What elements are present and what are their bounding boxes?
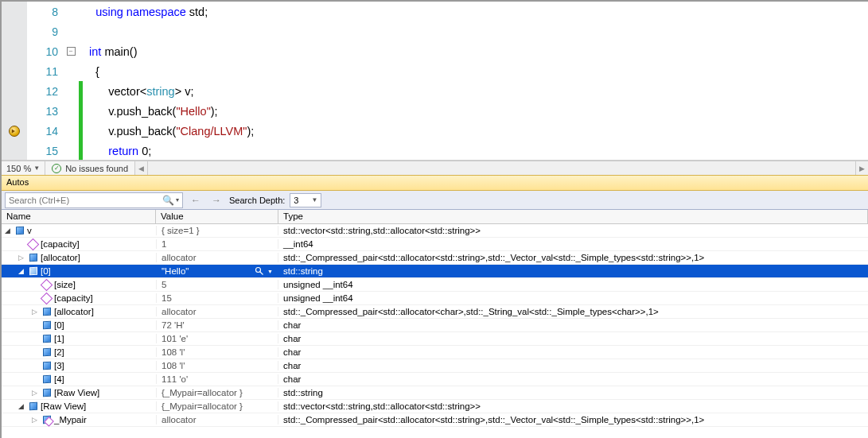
- collapse-icon[interactable]: [17, 267, 25, 276]
- line-number: 10: [27, 45, 63, 58]
- expand-icon[interactable]: [30, 416, 39, 424]
- search-next-button[interactable]: →: [208, 195, 224, 206]
- horizontal-scrollbar[interactable]: ◀ ▶: [134, 161, 868, 175]
- name-cell[interactable]: [Raw View]: [2, 388, 156, 398]
- code-text[interactable]: using namespace std;: [83, 6, 868, 18]
- name-cell[interactable]: [0]: [2, 320, 156, 331]
- variable-row[interactable]: [0]"Hello"▼std::string: [2, 265, 868, 278]
- variable-row[interactable]: [0]72 'H'char: [2, 319, 868, 332]
- name-cell[interactable]: _Mypair: [2, 415, 156, 425]
- variable-row[interactable]: [allocator]allocatorstd::_Compressed_pai…: [2, 251, 868, 265]
- name-cell[interactable]: v: [2, 226, 156, 236]
- search-prev-button[interactable]: ←: [188, 195, 204, 206]
- variable-row[interactable]: [size]5unsigned __int64: [2, 278, 868, 292]
- code-line[interactable]: 10− int main(): [2, 41, 868, 61]
- autos-grid[interactable]: Name Value Type v{ size=1 }std::vector<s…: [2, 210, 868, 427]
- name-cell[interactable]: [capacity]: [2, 239, 156, 250]
- name-cell[interactable]: [allocator]: [2, 307, 156, 317]
- value-cell[interactable]: allocator: [156, 253, 278, 262]
- search-icon[interactable]: 🔍: [162, 195, 174, 206]
- search-input[interactable]: [9, 196, 162, 205]
- breakpoint-gutter[interactable]: [2, 141, 27, 161]
- col-header-name[interactable]: Name: [2, 210, 156, 223]
- code-text[interactable]: return 0;: [83, 145, 868, 157]
- code-line[interactable]: 9: [2, 21, 868, 41]
- variable-row[interactable]: [allocator]allocatorstd::_Compressed_pai…: [2, 305, 868, 319]
- zoom-dropdown[interactable]: 150 % ▼: [2, 161, 45, 175]
- col-header-type[interactable]: Type: [278, 210, 868, 223]
- value-cell[interactable]: { size=1 }: [156, 226, 278, 235]
- breakpoint-gutter[interactable]: [2, 101, 27, 121]
- breakpoint-gutter[interactable]: [2, 2, 27, 21]
- breakpoint-gutter[interactable]: [2, 61, 27, 81]
- breakpoint-gutter[interactable]: [2, 81, 27, 101]
- name-cell[interactable]: [size]: [2, 280, 156, 290]
- code-line[interactable]: 11 {: [2, 61, 868, 81]
- name-cell[interactable]: [3]: [2, 361, 156, 371]
- code-line[interactable]: 13 v.push_back("Hello");: [2, 101, 868, 121]
- value-cell[interactable]: 101 'e': [156, 334, 278, 343]
- variable-row[interactable]: [3]108 'l'char: [2, 359, 868, 373]
- variable-row[interactable]: [capacity]15unsigned __int64: [2, 292, 868, 305]
- visualizer-icon[interactable]: [254, 266, 264, 277]
- value-cell[interactable]: 15: [156, 293, 278, 303]
- grid-header[interactable]: Name Value Type: [2, 210, 868, 224]
- value-cell[interactable]: allocator: [156, 307, 278, 316]
- scroll-right-icon[interactable]: ▶: [855, 161, 868, 175]
- name-cell[interactable]: [Raw View]: [2, 401, 156, 412]
- code-text[interactable]: v.push_back("Clang/LLVM");: [83, 125, 868, 138]
- variable-row[interactable]: [Raw View]{_Mypair=allocator }std::strin…: [2, 386, 868, 400]
- variable-row[interactable]: [1]101 'e'char: [2, 332, 868, 346]
- value-cell[interactable]: 108 'l': [156, 347, 278, 357]
- value-cell[interactable]: 72 'H': [156, 320, 278, 330]
- variable-row[interactable]: [Raw View]{_Mypair=allocator }std::vecto…: [2, 400, 868, 413]
- value-cell[interactable]: {_Mypair=allocator }: [156, 388, 278, 397]
- expand-icon[interactable]: [30, 308, 39, 316]
- chevron-down-icon: ▼: [311, 196, 317, 203]
- autos-pane-title[interactable]: Autos: [2, 175, 868, 191]
- value-cell[interactable]: 5: [156, 280, 278, 289]
- code-line[interactable]: 12 vector<string> v;: [2, 81, 868, 101]
- fold-gutter[interactable]: −: [63, 47, 79, 56]
- value-cell[interactable]: 1: [156, 239, 278, 249]
- code-text[interactable]: int main(): [83, 45, 868, 58]
- expand-icon[interactable]: [30, 389, 39, 397]
- value-cell[interactable]: 108 'l': [156, 361, 278, 370]
- search-box[interactable]: 🔍 ▾: [5, 192, 183, 208]
- name-cell[interactable]: [allocator]: [2, 253, 156, 263]
- variable-row[interactable]: v{ size=1 }std::vector<std::string,std::…: [2, 224, 868, 238]
- chevron-down-icon[interactable]: ▼: [267, 269, 273, 274]
- chevron-down-icon[interactable]: ▾: [176, 196, 179, 203]
- code-line[interactable]: 8 using namespace std;: [2, 2, 868, 21]
- code-text[interactable]: {: [83, 65, 868, 78]
- fold-minus-icon[interactable]: −: [67, 47, 76, 56]
- variable-row[interactable]: _Mypairallocatorstd::_Compressed_pair<st…: [2, 413, 868, 427]
- collapse-icon[interactable]: [17, 402, 25, 411]
- issues-status[interactable]: ✓ No issues found: [45, 161, 134, 175]
- code-line[interactable]: 15 return 0;: [2, 141, 868, 161]
- variable-row[interactable]: [capacity]1__int64: [2, 238, 868, 251]
- collapse-icon[interactable]: [3, 227, 12, 235]
- name-cell[interactable]: [4]: [2, 374, 156, 385]
- code-line[interactable]: 14 v.push_back("Clang/LLVM");: [2, 121, 868, 141]
- code-text[interactable]: vector<string> v;: [83, 85, 868, 98]
- value-cell[interactable]: allocator: [156, 415, 278, 424]
- breakpoint-gutter[interactable]: [2, 21, 27, 41]
- name-cell[interactable]: [capacity]: [2, 293, 156, 304]
- value-cell[interactable]: "Hello"▼: [156, 266, 278, 277]
- expand-icon[interactable]: [17, 254, 25, 262]
- scroll-left-icon[interactable]: ◀: [135, 161, 148, 175]
- variable-row[interactable]: [4]111 'o'char: [2, 373, 868, 386]
- code-text[interactable]: v.push_back("Hello");: [83, 105, 868, 118]
- name-cell[interactable]: [1]: [2, 334, 156, 344]
- breakpoint-gutter[interactable]: [2, 41, 27, 61]
- name-cell[interactable]: [2]: [2, 347, 156, 358]
- code-editor[interactable]: 8 using namespace std;910− int main()11 …: [2, 2, 868, 161]
- name-cell[interactable]: [0]: [2, 266, 156, 277]
- col-header-value[interactable]: Value: [156, 210, 278, 223]
- search-depth-dropdown[interactable]: 3 ▼: [290, 193, 321, 207]
- variable-row[interactable]: [2]108 'l'char: [2, 346, 868, 359]
- value-cell[interactable]: 111 'o': [156, 374, 278, 384]
- breakpoint-gutter[interactable]: [2, 121, 27, 141]
- value-cell[interactable]: {_Mypair=allocator }: [156, 401, 278, 411]
